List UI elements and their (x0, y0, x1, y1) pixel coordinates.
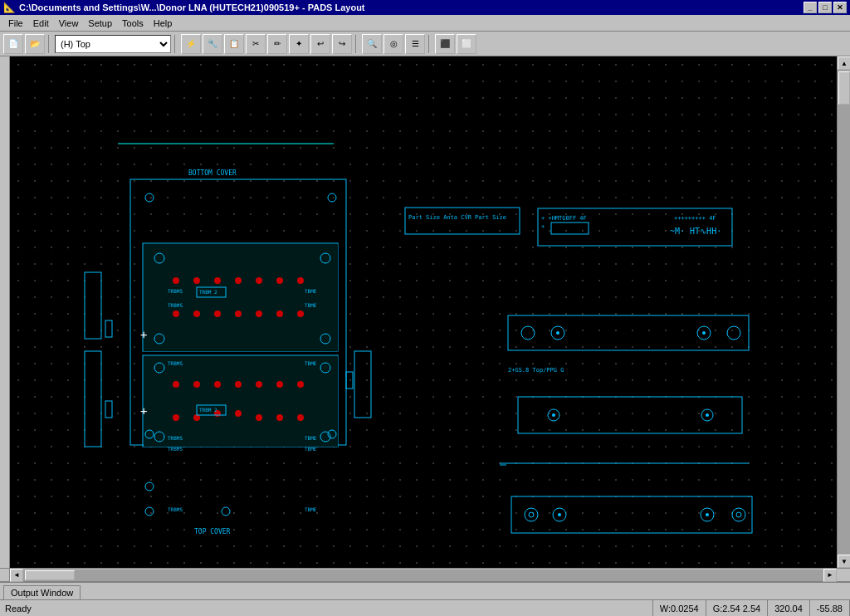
svg-point-25 (214, 310, 221, 317)
svg-text:+++++++++ 4F: +++++++++ 4F (674, 215, 716, 222)
svg-point-23 (173, 310, 179, 317)
svg-point-93 (552, 413, 555, 417)
status-x: 320.04 (768, 600, 810, 616)
close-button[interactable]: ✕ (833, 2, 847, 13)
minimize-button[interactable]: _ (804, 2, 817, 13)
svg-rect-7 (144, 356, 338, 447)
svg-rect-66 (354, 351, 371, 418)
svg-point-100 (529, 512, 534, 517)
svg-text:TRBMS: TRBMS (168, 360, 183, 366)
svg-point-36 (297, 381, 304, 388)
toolbar-separator-2 (174, 35, 178, 53)
svg-point-69 (328, 193, 336, 202)
toolbar: 📄 📂 (H) Top ⚡ 🔧 📋 ✂ ✏ ✦ ↩ ↪ 🔍 ◎ ☰ ⬛ ⬜ (0, 32, 850, 56)
layer-select[interactable]: (H) Top (55, 35, 171, 53)
svg-point-99 (525, 508, 538, 521)
svg-text:TRBM 2: TRBM 2 (199, 289, 217, 295)
svg-text:TRBMS: TRBMS (168, 288, 183, 294)
toolbar-btn-4[interactable]: ✂ (246, 34, 266, 54)
svg-text:TBME: TBME (305, 446, 317, 452)
svg-point-27 (256, 310, 262, 317)
svg-rect-98 (511, 496, 752, 533)
corner-spacer (0, 569, 10, 581)
maximize-button[interactable]: □ (818, 2, 832, 13)
toolbar-separator-1 (48, 35, 51, 53)
svg-point-33 (235, 381, 242, 388)
main-area: BOTTOM COVER TOP COVER (0, 56, 850, 568)
svg-rect-62 (85, 272, 101, 339)
toolbar-btn-10[interactable]: ☰ (405, 34, 425, 54)
svg-point-32 (214, 381, 221, 388)
svg-point-87 (727, 326, 740, 340)
toolbar-btn-9[interactable]: ◎ (383, 34, 403, 54)
output-tab[interactable]: Output Window (3, 585, 81, 599)
scroll-down-button[interactable]: ▼ (838, 555, 850, 568)
svg-point-20 (256, 277, 262, 284)
svg-point-37 (173, 414, 179, 421)
svg-text:TRBMS: TRBMS (168, 435, 183, 441)
svg-point-42 (276, 414, 283, 421)
menu-edit[interactable]: Edit (28, 17, 54, 30)
toolbar-btn-6[interactable]: ✦ (289, 34, 309, 54)
svg-point-74 (222, 507, 230, 516)
toolbar-btn-2[interactable]: 🔧 (203, 34, 222, 54)
toolbar-btn-3[interactable]: 📋 (224, 34, 244, 54)
svg-text:TBME: TBME (305, 302, 317, 308)
svg-point-19 (235, 277, 242, 284)
status-bar: Ready W:0.0254 G:2.54 2.54 320.04 -55.88 (0, 599, 850, 616)
svg-point-35 (276, 381, 283, 388)
svg-point-17 (193, 277, 200, 284)
svg-point-73 (145, 507, 154, 516)
h-scroll-track[interactable] (23, 570, 823, 581)
menu-setup[interactable]: Setup (83, 17, 117, 30)
svg-point-18 (214, 277, 221, 284)
menu-view[interactable]: View (54, 17, 84, 30)
horizontal-scrollbar: ◄ ► (10, 569, 837, 581)
pcb-layout: BOTTOM COVER TOP COVER (10, 56, 837, 568)
svg-point-21 (276, 277, 283, 284)
toolbar-btn-12[interactable]: ⬜ (457, 34, 476, 54)
svg-point-30 (173, 381, 179, 388)
open-button[interactable]: 📂 (25, 34, 45, 54)
svg-point-26 (235, 310, 242, 317)
svg-rect-6 (144, 244, 338, 351)
title-bar-controls: _ □ ✕ (804, 2, 847, 13)
svg-rect-75 (405, 208, 520, 234)
svg-point-28 (276, 310, 283, 317)
scroll-right-button[interactable]: ► (823, 569, 837, 582)
svg-point-102 (558, 513, 561, 516)
svg-point-41 (256, 414, 262, 421)
svg-rect-80 (551, 222, 589, 234)
toolbar-btn-1[interactable]: ⚡ (181, 34, 201, 54)
new-button[interactable]: 📄 (3, 34, 23, 54)
scroll-left-button[interactable]: ◄ (10, 569, 23, 582)
svg-text:TRBMS: TRBMS (168, 302, 183, 308)
status-w: W:0.0254 (653, 600, 706, 616)
menu-help[interactable]: Help (149, 17, 178, 30)
svg-rect-64 (105, 320, 112, 337)
scroll-track[interactable] (838, 70, 850, 555)
svg-point-16 (173, 277, 179, 284)
svg-point-68 (145, 193, 154, 202)
scroll-up-button[interactable]: ▲ (838, 56, 850, 70)
h-scroll-thumb[interactable] (25, 570, 75, 580)
zoom-button[interactable]: 🔍 (362, 34, 382, 54)
svg-point-40 (235, 410, 242, 417)
toolbar-btn-7[interactable]: ↩ (310, 34, 330, 54)
scroll-thumb[interactable] (838, 71, 850, 105)
toolbar-btn-8[interactable]: ↪ (332, 34, 352, 54)
svg-rect-67 (346, 372, 353, 389)
svg-point-43 (297, 414, 304, 421)
app-icon: 📐 (3, 2, 16, 13)
bottom-scroll-area: ◄ ► (0, 568, 850, 581)
title-bar: 📐 C:\Documents and Settings\W...\Donor L… (0, 0, 850, 15)
svg-point-31 (193, 381, 200, 388)
menu-file[interactable]: File (3, 17, 28, 30)
svg-text:Part Size  Anta CVR Part Size: Part Size Anta CVR Part Size (408, 214, 506, 221)
menu-tools[interactable]: Tools (117, 17, 149, 30)
toolbar-btn-5[interactable]: ✏ (267, 34, 287, 54)
status-ready: Ready (0, 600, 653, 616)
toolbar-btn-11[interactable]: ⬛ (435, 34, 455, 54)
svg-text:TRBM 2: TRBM 2 (199, 407, 217, 413)
canvas-area[interactable]: BOTTOM COVER TOP COVER (10, 56, 837, 568)
